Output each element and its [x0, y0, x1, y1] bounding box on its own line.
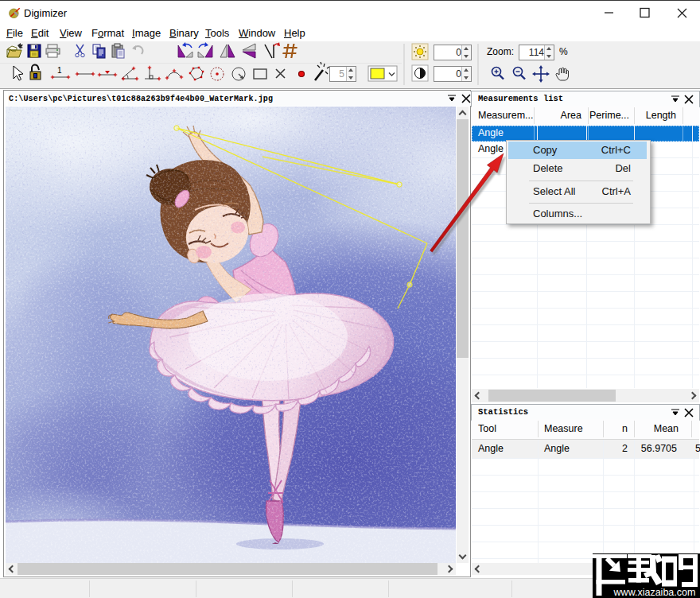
svg-text:1: 1	[57, 66, 62, 75]
svg-text:www.xiazaiba.com: www.xiazaiba.com	[613, 587, 696, 598]
